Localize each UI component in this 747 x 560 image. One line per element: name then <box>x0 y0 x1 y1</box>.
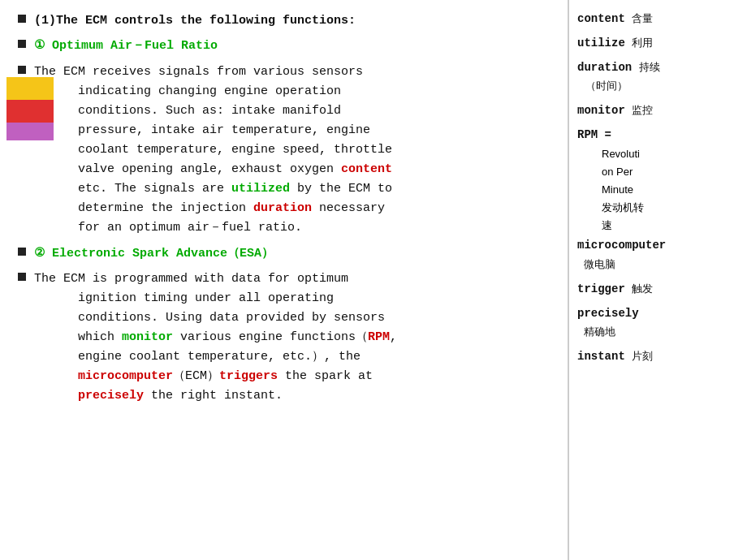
bullet-text-4: ② Electronic Spark Advance（ESA） <box>34 244 274 263</box>
highlight-microcomputer: microcomputer <box>78 369 173 383</box>
vocab-content: content 含量 <box>577 10 739 29</box>
bullet-icon-4 <box>18 248 26 256</box>
vocab-en-utilize: utilize <box>577 37 625 50</box>
bullet-item-2: ① Optimum Air－Fuel Ratio <box>18 37 559 55</box>
vocab-microcomputer: microcomputer 微电脑 <box>577 236 739 275</box>
bullet-icon-3 <box>18 66 26 74</box>
bullet-item-5: The ECM is programmed with data for opti… <box>18 269 559 406</box>
vocab-duration: duration 持续（时间） <box>577 58 739 97</box>
bullet-text-2: ① Optimum Air－Fuel Ratio <box>34 37 218 55</box>
vocab-zh-precisely: 精确地 <box>577 325 615 338</box>
vocab-en-trigger: trigger <box>577 282 625 295</box>
vocab-rpm: RPM = Revolution PerMinute 发动机转速 <box>577 126 739 235</box>
highlight-rpm: RPM <box>368 330 390 344</box>
sidebar-vocabulary: content 含量 utilize 利用 duration 持续（时间） mo… <box>568 0 747 560</box>
vocab-instant: instant 片刻 <box>577 347 739 367</box>
bullet-item-1: (1)The ECM controls the following functi… <box>18 11 559 30</box>
bullet-icon-2 <box>18 40 26 48</box>
vocab-en-content: content <box>577 12 625 25</box>
vocab-en-monitor: monitor <box>577 104 625 117</box>
bullet-text-3: The ECM receives signals from various se… <box>34 62 392 238</box>
bullet-text-5: The ECM is programmed with data for opti… <box>34 269 397 406</box>
highlight-triggers: triggers <box>219 369 278 383</box>
vocab-zh-instant: 片刻 <box>632 350 653 362</box>
vocab-zh-content: 含量 <box>632 12 653 24</box>
vocab-en-precisely: precisely <box>577 307 639 320</box>
vocab-zh-trigger: 触发 <box>632 282 653 295</box>
vocab-en-rpm: RPM = <box>577 128 611 141</box>
vocab-monitor: monitor 监控 <box>577 101 739 121</box>
vocab-precisely: precisely 精确地 <box>577 304 739 343</box>
vocab-en-instant: instant <box>577 350 625 363</box>
bullet-item-4: ② Electronic Spark Advance（ESA） <box>18 244 559 263</box>
bullet-item-3: The ECM receives signals from various se… <box>18 62 559 238</box>
bullet-icon-1 <box>18 15 26 23</box>
vocab-zh-utilize: 利用 <box>632 37 653 49</box>
highlight-precisely: precisely <box>78 389 144 403</box>
vocab-en-duration: duration <box>577 61 632 74</box>
vocab-utilize: utilize 利用 <box>577 34 739 54</box>
highlight-content: content <box>341 162 392 176</box>
highlight-duration: duration <box>253 201 312 215</box>
vocab-zh-microcomputer: 微电脑 <box>577 258 615 270</box>
vocab-trigger: trigger 触发 <box>577 280 739 299</box>
vocab-zh-rpm: Revolution PerMinute 发动机转速 <box>577 145 739 235</box>
vocab-en-microcomputer: microcomputer <box>577 239 666 252</box>
highlight-utilized: utilized <box>231 182 290 196</box>
bullet-text-1: (1)The ECM controls the following functi… <box>34 11 356 30</box>
bullet-icon-5 <box>18 273 26 281</box>
vocab-zh-monitor: 监控 <box>632 104 653 116</box>
highlight-monitor: monitor <box>122 330 173 344</box>
